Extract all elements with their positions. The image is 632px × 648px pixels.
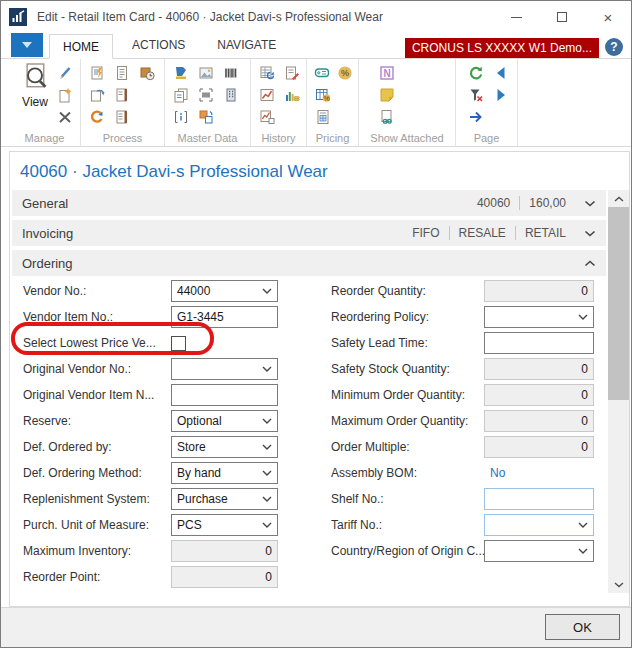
shelf-no-input[interactable]: [484, 488, 594, 510]
chevron-down-icon: [578, 314, 588, 320]
sales-trend-icon[interactable]: [257, 85, 277, 105]
scroll-down-button[interactable]: [608, 576, 629, 593]
turnover-chart-icon[interactable]: [282, 85, 302, 105]
refresh-icon[interactable]: [466, 63, 486, 83]
tab-navigate[interactable]: NAVIGATE: [204, 33, 289, 58]
def-ordering-method-value: By hand: [177, 466, 262, 480]
clear-filter-icon[interactable]: [466, 85, 486, 105]
next-record-icon[interactable]: [491, 85, 511, 105]
country-region-of-origin-code-label: Country/Region of Origin C...: [331, 544, 484, 558]
minimum-order-quantity-input: 0: [484, 384, 594, 406]
translations-icon[interactable]: [196, 107, 216, 127]
notes-icon[interactable]: [377, 85, 397, 105]
section-header-invoicing[interactable]: Invoicing FIFO RESALE RETAIL: [12, 220, 606, 246]
maximum-inventory-value: 0: [177, 544, 272, 558]
requisition-refresh-icon[interactable]: [87, 107, 107, 127]
replenishment-system-combobox[interactable]: Purchase: [171, 488, 278, 510]
edit-pencil-icon[interactable]: [55, 63, 75, 83]
barcode-mask-icon[interactable]: [196, 85, 216, 105]
entry-statistics-icon[interactable]: [257, 107, 277, 127]
onenote-icon[interactable]: N: [377, 63, 397, 83]
new-document-icon[interactable]: [55, 85, 75, 105]
vendor-no-combobox[interactable]: 44000: [171, 280, 278, 302]
maximum-order-quantity-input: 0: [484, 410, 594, 432]
app-icon: [9, 8, 27, 26]
field-row-tariff-no: Tariff No.:: [331, 512, 594, 538]
copy-item-icon[interactable]: [171, 85, 191, 105]
scrollbar-thumb[interactable]: [608, 207, 629, 400]
links-icon[interactable]: [377, 107, 397, 127]
original-vendor-item-no-input[interactable]: [171, 384, 278, 406]
price-table-icon[interactable]: %: [313, 85, 333, 105]
reserve-combobox[interactable]: Optional: [171, 410, 278, 432]
def-ordering-method-combobox[interactable]: By hand: [171, 462, 278, 484]
vertical-scrollbar[interactable]: [608, 190, 629, 593]
tariff-no-combobox[interactable]: [484, 514, 594, 536]
style-stamp-icon[interactable]: [171, 63, 191, 83]
delete-x-icon[interactable]: [55, 107, 75, 127]
close-button[interactable]: ×: [585, 1, 631, 33]
field-row-order-multiple: Order Multiple:0: [331, 434, 594, 460]
scroll-up-button[interactable]: [608, 190, 629, 207]
application-menu-button[interactable]: [11, 33, 43, 57]
view-button[interactable]: View: [15, 62, 55, 127]
purch-unit-of-measure-combobox[interactable]: PCS: [171, 514, 278, 536]
chevron-down-icon[interactable]: [584, 200, 596, 207]
vendor-item-no-input[interactable]: G1-3445: [171, 306, 278, 328]
vendor-item-no-label: Vendor Item No.:: [23, 310, 171, 324]
order-schedule-icon[interactable]: [137, 63, 157, 83]
ribbon: View Manage: [1, 59, 631, 147]
section-header-ordering[interactable]: Ordering: [12, 250, 606, 276]
safety-lead-time-input[interactable]: [484, 332, 594, 354]
general-summary-unit-price: 160,00: [529, 196, 566, 210]
barcode-icon[interactable]: [221, 63, 241, 83]
original-vendor-no-combobox[interactable]: [171, 358, 278, 380]
section-header-general[interactable]: General 40060 160,00: [12, 190, 606, 216]
chevron-down-icon[interactable]: [584, 230, 596, 237]
store-building-icon[interactable]: [221, 85, 241, 105]
content-panel: 40060 · Jacket Davi-s Professional Wear …: [9, 151, 630, 607]
def-ordered-by-combobox[interactable]: Store: [171, 436, 278, 458]
maximize-button[interactable]: [539, 1, 585, 33]
price-list-icon[interactable]: [313, 107, 333, 127]
item-journal-icon[interactable]: [87, 63, 107, 83]
go-to-icon[interactable]: [466, 107, 486, 127]
field-row-maximum-inventory: Maximum Inventory:0: [23, 538, 278, 564]
reorder-quantity-input: 0: [484, 280, 594, 302]
help-button[interactable]: ?: [605, 38, 623, 56]
field-row-maximum-order-quantity: Maximum Order Quantity:0: [331, 408, 594, 434]
tab-home[interactable]: HOME: [49, 34, 113, 59]
select-lowest-price-vendor-checkbox[interactable]: [171, 336, 186, 351]
statistics-document-icon[interactable]: [282, 63, 302, 83]
reordering-policy-combobox[interactable]: [484, 306, 594, 328]
ok-button[interactable]: OK: [545, 614, 620, 640]
original-vendor-no-label: Original Vendor No.:: [23, 362, 171, 376]
ledger-entries-icon[interactable]: [257, 63, 277, 83]
section-name: Ordering: [22, 256, 73, 271]
tab-actions[interactable]: ACTIONS: [119, 33, 198, 58]
chevron-down-icon: [578, 522, 588, 528]
chevron-up-icon[interactable]: [584, 260, 596, 267]
minimize-button[interactable]: [493, 1, 539, 33]
copy-document-icon[interactable]: [87, 85, 107, 105]
field-row-reordering-policy: Reordering Policy:: [331, 304, 594, 330]
ribbon-group-process: Process: [81, 59, 165, 146]
attributes-icon[interactable]: [171, 107, 191, 127]
vendor-card-icon[interactable]: [112, 85, 132, 105]
application-window: Edit - Retail Item Card - 40060 · Jacket…: [0, 0, 632, 648]
country-region-of-origin-code-combobox[interactable]: [484, 540, 594, 562]
ledger-card-icon[interactable]: [112, 107, 132, 127]
price-tag-icon[interactable]: [313, 63, 331, 83]
document-icon[interactable]: [112, 63, 132, 83]
reorder-point-label: Reorder Point:: [23, 570, 171, 584]
general-summary-item-no: 40060: [477, 196, 510, 210]
chevron-down-icon: [262, 522, 272, 528]
maximum-inventory-input: 0: [171, 540, 278, 562]
discount-percent-icon[interactable]: %: [336, 63, 354, 83]
previous-record-icon[interactable]: [491, 63, 511, 83]
chevron-down-icon: [262, 496, 272, 502]
assembly-bom-link[interactable]: No: [484, 466, 505, 480]
picture-icon[interactable]: [196, 63, 216, 83]
company-badge: CRONUS LS XXXXX W1 Demo...: [405, 38, 599, 58]
vendor-no-label: Vendor No.:: [23, 284, 171, 298]
